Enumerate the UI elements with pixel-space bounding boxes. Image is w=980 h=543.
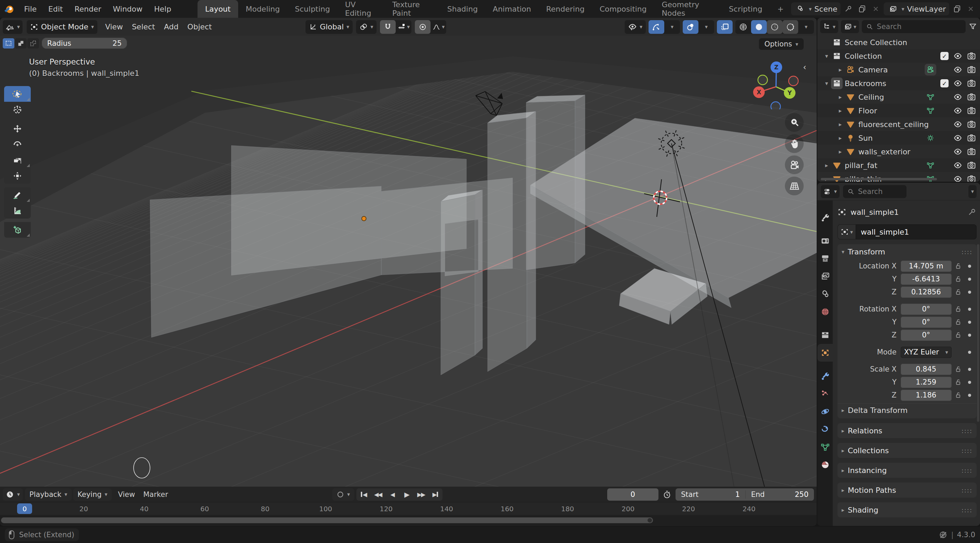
select-box-tool[interactable] [4, 86, 31, 102]
outliner-row-walls_exterior[interactable]: ▸walls_exterior [817, 145, 980, 159]
workspace-tab-layout[interactable]: Layout [197, 0, 238, 18]
options-dropdown[interactable]: Options▾ [759, 38, 804, 50]
outliner-search-input[interactable]: Search [862, 20, 966, 33]
workspace-tab-uv-editing[interactable]: UV Editing [337, 0, 385, 18]
properties-editor-type-dropdown[interactable]: ▾ [821, 185, 840, 198]
delta-transform-subpanel[interactable]: ▸Delta Transform [837, 403, 977, 417]
measure-tool[interactable] [4, 203, 31, 219]
xray-toggle[interactable] [717, 20, 733, 34]
rendered-shading-button[interactable] [783, 20, 798, 34]
hide-in-viewport-icon[interactable] [953, 92, 962, 102]
add-cube-tool[interactable] [4, 222, 31, 238]
snap-toggle[interactable] [380, 20, 396, 34]
snap-settings-dropdown[interactable]: ▾ [396, 20, 411, 34]
pin-icon[interactable] [843, 3, 854, 15]
outliner-row-sun[interactable]: ▸Sun [817, 131, 980, 145]
animate-dot[interactable] [965, 321, 974, 324]
properties-tab-scene[interactable] [817, 285, 833, 303]
properties-tab-modifiers[interactable] [817, 367, 833, 385]
pan-button[interactable] [785, 134, 804, 153]
rotation-mode-dropdown[interactable]: XYZ Euler▾ [901, 347, 951, 358]
disable-in-renders-icon[interactable] [967, 52, 976, 60]
value-field[interactable]: 0° [901, 303, 951, 315]
lock-icon[interactable] [951, 331, 965, 339]
hide-in-viewport-icon[interactable] [953, 106, 962, 115]
hide-in-viewport-icon[interactable] [953, 133, 962, 143]
previous-keyframe-button[interactable]: ◀◀ [371, 488, 385, 501]
pin-id-icon[interactable] [968, 208, 977, 216]
animate-dot[interactable] [965, 368, 974, 371]
outliner-row-fluorescent_ceiling[interactable]: ▸fluorescent_ceiling [817, 117, 980, 131]
play-reverse-button[interactable]: ◀ [385, 488, 399, 501]
expander-down-icon[interactable]: ▾ [822, 80, 831, 87]
properties-tab-tool[interactable] [817, 209, 833, 226]
panel-instancing[interactable]: ▸Instancing:::: [837, 463, 977, 478]
animate-dot[interactable] [965, 351, 974, 354]
add-workspace-button[interactable]: + [770, 0, 791, 18]
value-field[interactable]: 14.705 m [901, 260, 951, 272]
properties-tab-constraints[interactable] [817, 421, 833, 438]
workspace-tab-rendering[interactable]: Rendering [539, 0, 592, 18]
disable-in-renders-icon[interactable] [967, 79, 976, 88]
properties-tab-physics[interactable] [817, 403, 833, 421]
disable-in-renders-icon[interactable] [967, 106, 976, 115]
properties-tab-render[interactable] [817, 232, 833, 250]
pillar-thin-side[interactable] [475, 190, 482, 355]
outliner-row-pillar_fat[interactable]: ▸pillar_fat [817, 159, 980, 172]
properties-tab-particles[interactable] [817, 385, 833, 403]
current-frame-indicator[interactable]: 0 [17, 503, 32, 514]
hide-in-viewport-icon[interactable] [953, 147, 962, 156]
show-overlays-toggle[interactable] [683, 20, 698, 34]
panel-shading[interactable]: ▸Shading:::: [837, 502, 977, 518]
orthographic-toggle-button[interactable] [785, 176, 804, 195]
workspace-tab-modeling[interactable]: Modeling [238, 0, 287, 18]
select-extend-button[interactable] [15, 38, 27, 49]
pillar-object[interactable] [488, 118, 527, 372]
timeline-dropdown-keying[interactable]: Keying▾ [73, 488, 112, 501]
workspace-tab-compositing[interactable]: Compositing [592, 0, 654, 18]
disable-in-renders-icon[interactable] [967, 147, 976, 156]
object-name-input[interactable]: wall_simple1 [856, 224, 977, 240]
properties-tab-output[interactable] [817, 250, 833, 267]
properties-tab-material[interactable] [817, 456, 833, 474]
menu-file[interactable]: File [18, 0, 42, 18]
lock-icon[interactable] [951, 305, 965, 313]
hide-in-viewport-icon[interactable] [953, 120, 962, 129]
editor-type-dropdown[interactable]: ▾ [3, 20, 22, 34]
value-field[interactable]: 0.845 [901, 364, 951, 375]
value-field[interactable]: 0° [901, 317, 951, 328]
panel-motion-paths[interactable]: ▸Motion Paths:::: [837, 483, 977, 498]
stopwatch-icon[interactable] [660, 490, 673, 499]
hide-in-viewport-icon[interactable] [953, 65, 962, 74]
pivot-dropdown[interactable]: ▾ [356, 20, 377, 34]
next-keyframe-button[interactable]: ▶▶ [414, 488, 428, 501]
play-button[interactable]: ▶ [399, 488, 414, 501]
lock-icon[interactable] [951, 391, 965, 399]
viewlayer-selector[interactable]: ▾ ViewLayer [884, 2, 949, 15]
pillar-object-side[interactable] [527, 111, 536, 348]
object-id-dropdown[interactable]: ▾ [837, 224, 856, 240]
move-tool[interactable] [4, 121, 31, 137]
outliner-row-backrooms[interactable]: ▾Backrooms✓ [817, 76, 980, 90]
animate-dot[interactable] [965, 265, 974, 268]
properties-tab-collection[interactable] [817, 326, 833, 344]
show-gizmo-toggle[interactable] [649, 20, 664, 34]
value-field[interactable]: -6.6413 [901, 273, 951, 285]
disable-in-renders-icon[interactable] [967, 120, 976, 129]
lock-icon[interactable] [951, 262, 965, 270]
timeline-dropdown-playback[interactable]: Playback▾ [25, 488, 72, 501]
cursor-tool[interactable] [4, 102, 31, 117]
expander-right-icon[interactable]: ▸ [822, 162, 831, 169]
properties-scrollbar[interactable] [977, 244, 979, 422]
value-field[interactable]: 1.186 [901, 390, 951, 401]
animate-dot[interactable] [965, 333, 974, 337]
proportional-edit-toggle[interactable] [415, 20, 431, 34]
outliner-display-mode-dropdown[interactable]: ▾ [820, 20, 838, 33]
animate-dot[interactable] [965, 381, 974, 384]
jump-to-start-button[interactable]: ◀ [356, 488, 371, 501]
current-frame-field[interactable]: 0 [607, 488, 659, 501]
value-field[interactable]: 0.12856 [901, 287, 951, 298]
workspace-tab-sculpting[interactable]: Sculpting [287, 0, 337, 18]
hide-in-viewport-icon[interactable] [953, 79, 962, 88]
rotate-tool[interactable] [4, 137, 31, 152]
